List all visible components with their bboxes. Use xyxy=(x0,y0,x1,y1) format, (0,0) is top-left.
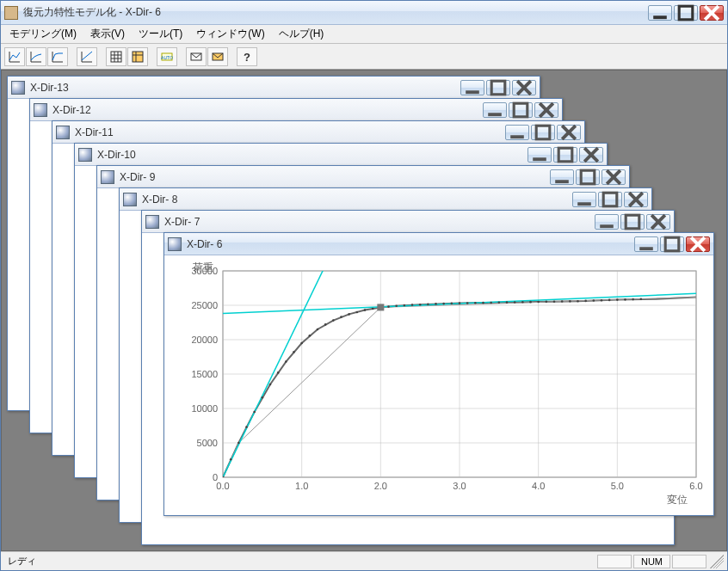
svg-point-108 xyxy=(561,300,564,303)
child-close-button[interactable] xyxy=(579,147,603,163)
child-window[interactable]: X-Dir- 60.01.02.03.04.05.06.005000100001… xyxy=(163,232,714,516)
graph4-icon[interactable] xyxy=(77,47,97,66)
child-close-button[interactable] xyxy=(602,169,626,185)
child-close-button[interactable] xyxy=(624,192,648,207)
maximize-button[interactable] xyxy=(674,5,698,21)
table2-icon[interactable] xyxy=(127,47,148,66)
resize-grip-icon[interactable] xyxy=(710,555,724,568)
document-icon xyxy=(145,215,159,229)
svg-point-67 xyxy=(238,442,240,445)
minimize-button[interactable] xyxy=(648,5,672,21)
y-tick-label: 25000 xyxy=(191,300,218,310)
menu-modeling[interactable]: モデリング(M) xyxy=(3,25,83,43)
svg-point-92 xyxy=(435,303,437,305)
child-minimize-button[interactable] xyxy=(460,80,484,95)
titlebar: 復元力特性モデル化 - X-Dir- 6 xyxy=(1,1,727,25)
main-window: 復元力特性モデル化 - X-Dir- 6 モデリング(M) 表示(V) ツール(… xyxy=(0,0,728,571)
child-body: 0.01.02.03.04.05.06.00500010000150002000… xyxy=(164,255,713,515)
child-minimize-button[interactable] xyxy=(550,169,574,185)
child-maximize-button[interactable] xyxy=(486,80,510,95)
svg-point-94 xyxy=(451,302,453,304)
svg-point-86 xyxy=(387,305,390,308)
svg-point-107 xyxy=(553,300,556,303)
x-tick-label: 5.0 xyxy=(611,481,624,491)
child-maximize-button[interactable] xyxy=(660,236,684,252)
document-icon xyxy=(78,148,92,162)
menu-view[interactable]: 表示(V) xyxy=(83,25,132,43)
svg-point-113 xyxy=(601,299,603,302)
svg-rect-46 xyxy=(665,237,679,251)
table1-icon[interactable] xyxy=(106,47,126,66)
mdi-client-area: X-Dir-13X-Dir-12X-Dir-11X-Dir-10X-Dir- 9… xyxy=(1,70,727,551)
svg-point-106 xyxy=(546,301,548,304)
child-close-button[interactable] xyxy=(534,102,558,118)
child-titlebar[interactable]: X-Dir-11 xyxy=(52,121,584,144)
y-axis-label: 荷重 xyxy=(193,262,213,273)
svg-point-100 xyxy=(498,302,501,304)
child-titlebar[interactable]: X-Dir-10 xyxy=(75,144,607,166)
graph1-icon[interactable] xyxy=(4,47,25,66)
child-maximize-button[interactable] xyxy=(576,169,600,185)
statusbar: レディ NUM xyxy=(1,551,727,570)
child-minimize-button[interactable] xyxy=(505,125,529,140)
svg-point-89 xyxy=(411,304,414,306)
svg-point-77 xyxy=(317,328,319,331)
child-titlebar[interactable]: X-Dir- 7 xyxy=(142,211,674,233)
svg-point-82 xyxy=(356,311,359,314)
child-titlebar[interactable]: X-Dir-12 xyxy=(30,99,562,121)
svg-point-78 xyxy=(324,323,327,326)
svg-text:AUTO: AUTO xyxy=(161,55,173,60)
graph3-icon[interactable] xyxy=(47,47,68,66)
mail1-icon[interactable] xyxy=(186,47,207,66)
child-titlebar[interactable]: X-Dir- 8 xyxy=(120,188,651,211)
child-close-button[interactable] xyxy=(512,80,536,95)
svg-point-118 xyxy=(640,298,643,301)
svg-point-91 xyxy=(427,304,429,306)
child-maximize-button[interactable] xyxy=(598,192,622,207)
menu-window[interactable]: ウィンドウ(W) xyxy=(189,25,271,43)
svg-rect-9 xyxy=(133,52,143,62)
child-titlebar[interactable]: X-Dir-13 xyxy=(8,77,540,99)
child-close-button[interactable] xyxy=(646,214,670,230)
svg-point-74 xyxy=(293,351,295,353)
svg-point-69 xyxy=(253,411,256,414)
child-maximize-button[interactable] xyxy=(553,147,577,163)
child-titlebar[interactable]: X-Dir- 6 xyxy=(164,233,713,255)
document-icon xyxy=(11,81,25,95)
menu-tool[interactable]: ツール(T) xyxy=(132,25,189,43)
marker-point xyxy=(377,304,384,310)
child-close-button[interactable] xyxy=(686,236,710,252)
svg-point-87 xyxy=(395,305,398,308)
child-minimize-button[interactable] xyxy=(572,192,596,207)
child-minimize-button[interactable] xyxy=(634,236,658,252)
svg-point-111 xyxy=(584,300,587,303)
status-pane-num: NUM xyxy=(633,555,670,568)
x-tick-label: 0.0 xyxy=(216,481,229,491)
svg-point-114 xyxy=(608,299,611,302)
child-title: X-Dir-12 xyxy=(52,104,483,116)
svg-point-99 xyxy=(490,302,492,304)
close-button[interactable] xyxy=(700,5,724,21)
child-maximize-button[interactable] xyxy=(509,102,533,118)
child-title: X-Dir- 8 xyxy=(142,193,572,206)
auto-icon[interactable]: AUTO xyxy=(157,47,177,66)
x-axis-label: 変位 xyxy=(667,494,688,506)
document-icon xyxy=(101,170,114,184)
mail2-icon[interactable] xyxy=(207,47,228,66)
child-maximize-button[interactable] xyxy=(531,125,555,140)
child-titlebar[interactable]: X-Dir- 9 xyxy=(97,166,629,188)
document-icon xyxy=(123,193,137,206)
child-maximize-button[interactable] xyxy=(620,214,645,230)
menu-help[interactable]: ヘルプ(H) xyxy=(272,25,331,43)
svg-point-110 xyxy=(577,300,579,303)
svg-point-65 xyxy=(222,476,225,479)
graph2-icon[interactable] xyxy=(26,47,46,66)
svg-point-70 xyxy=(262,396,264,399)
child-minimize-button[interactable] xyxy=(483,102,507,118)
status-ready: レディ xyxy=(4,555,595,568)
child-close-button[interactable] xyxy=(557,125,581,140)
child-minimize-button[interactable] xyxy=(595,214,619,230)
help-icon[interactable]: ? xyxy=(237,47,257,66)
child-minimize-button[interactable] xyxy=(527,147,552,163)
x-tick-label: 2.0 xyxy=(374,481,387,491)
